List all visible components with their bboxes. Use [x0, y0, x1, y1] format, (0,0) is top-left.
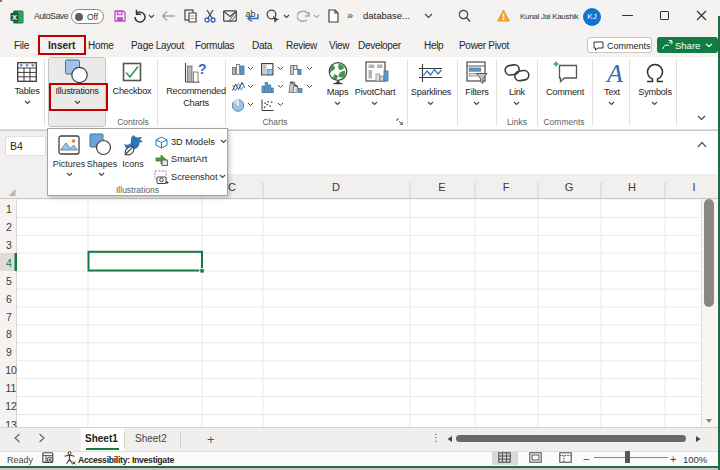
svg-text:I: I [692, 181, 695, 193]
svg-text:1: 1 [6, 203, 12, 215]
svg-text:13: 13 [5, 419, 17, 427]
svg-text:8: 8 [6, 328, 12, 340]
svg-text:9: 9 [6, 346, 12, 358]
svg-text:F: F [503, 181, 510, 193]
svg-text:11: 11 [6, 382, 17, 394]
svg-text:12: 12 [5, 400, 17, 412]
svg-text:H: H [628, 181, 636, 193]
svg-text:4: 4 [6, 257, 12, 269]
svg-text:6: 6 [6, 293, 12, 305]
svg-text:2: 2 [6, 221, 12, 233]
svg-text:E: E [438, 181, 445, 193]
svg-text:ab: ab [246, 9, 256, 19]
svg-text:7: 7 [6, 311, 12, 323]
svg-text:C: C [228, 181, 236, 193]
svg-text:A: A [605, 61, 623, 85]
svg-text:10: 10 [5, 364, 17, 376]
svg-text:?: ? [198, 61, 207, 77]
svg-text:5: 5 [6, 275, 12, 287]
svg-text:X: X [12, 13, 17, 22]
svg-text:D: D [332, 181, 340, 193]
svg-text:G: G [565, 181, 574, 193]
svg-text:3: 3 [6, 239, 12, 251]
